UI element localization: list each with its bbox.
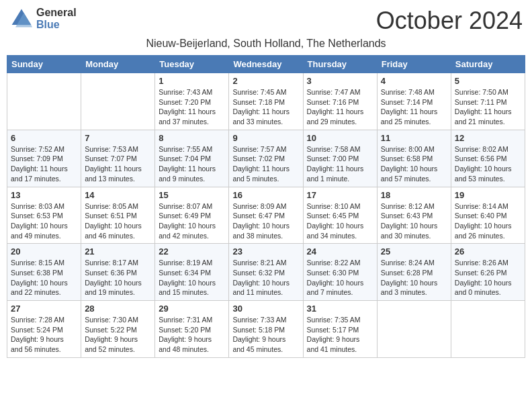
day-info: Sunrise: 8:02 AM Sunset: 6:56 PM Dayligh… (455, 144, 521, 184)
day-number: 30 (232, 304, 299, 314)
calendar-cell: 27Sunrise: 7:28 AM Sunset: 5:24 PM Dayli… (7, 301, 81, 358)
day-info: Sunrise: 7:43 AM Sunset: 7:20 PM Dayligh… (159, 87, 225, 127)
weekday-header: Wednesday (229, 56, 303, 73)
calendar-cell: 14Sunrise: 8:05 AM Sunset: 6:51 PM Dayli… (81, 187, 155, 244)
day-info: Sunrise: 7:53 AM Sunset: 7:07 PM Dayligh… (85, 144, 151, 184)
day-number: 23 (232, 246, 299, 257)
day-number: 15 (159, 190, 225, 200)
day-info: Sunrise: 8:17 AM Sunset: 6:36 PM Dayligh… (85, 258, 151, 298)
day-number: 1 (159, 76, 225, 86)
calendar-cell: 12Sunrise: 8:02 AM Sunset: 6:56 PM Dayli… (451, 130, 525, 187)
day-number: 18 (381, 190, 447, 200)
calendar-cell: 31Sunrise: 7:35 AM Sunset: 5:17 PM Dayli… (303, 301, 377, 358)
day-number: 9 (232, 133, 299, 143)
day-info: Sunrise: 8:10 AM Sunset: 6:45 PM Dayligh… (307, 201, 373, 241)
calendar-cell: 20Sunrise: 8:15 AM Sunset: 6:38 PM Dayli… (7, 244, 81, 301)
calendar-cell: 7Sunrise: 7:53 AM Sunset: 7:07 PM Daylig… (81, 130, 155, 187)
day-number: 29 (159, 304, 225, 314)
day-number: 3 (307, 76, 373, 86)
day-number: 31 (307, 304, 373, 314)
day-info: Sunrise: 8:19 AM Sunset: 6:34 PM Dayligh… (159, 258, 225, 298)
calendar-cell: 24Sunrise: 8:22 AM Sunset: 6:30 PM Dayli… (303, 244, 377, 301)
day-number: 27 (11, 304, 77, 314)
day-info: Sunrise: 7:52 AM Sunset: 7:09 PM Dayligh… (11, 144, 77, 184)
day-number: 20 (11, 246, 77, 257)
day-info: Sunrise: 7:48 AM Sunset: 7:14 PM Dayligh… (381, 87, 447, 127)
month-title: October 2024 (376, 7, 523, 35)
day-number: 4 (381, 76, 447, 86)
day-info: Sunrise: 8:05 AM Sunset: 6:51 PM Dayligh… (85, 201, 151, 241)
calendar-week-row: 6Sunrise: 7:52 AM Sunset: 7:09 PM Daylig… (7, 130, 525, 187)
day-info: Sunrise: 7:55 AM Sunset: 7:04 PM Dayligh… (159, 144, 225, 184)
calendar-cell: 28Sunrise: 7:30 AM Sunset: 5:22 PM Dayli… (81, 301, 155, 358)
day-info: Sunrise: 7:57 AM Sunset: 7:02 PM Dayligh… (232, 144, 299, 184)
calendar-cell: 1Sunrise: 7:43 AM Sunset: 7:20 PM Daylig… (155, 73, 229, 130)
day-info: Sunrise: 8:00 AM Sunset: 6:58 PM Dayligh… (381, 144, 447, 184)
calendar-cell: 23Sunrise: 8:21 AM Sunset: 6:32 PM Dayli… (229, 244, 303, 301)
day-number: 11 (381, 133, 447, 143)
calendar-cell: 21Sunrise: 8:17 AM Sunset: 6:36 PM Dayli… (81, 244, 155, 301)
calendar-week-row: 1Sunrise: 7:43 AM Sunset: 7:20 PM Daylig… (7, 73, 525, 130)
day-number: 6 (11, 133, 77, 143)
calendar-cell: 16Sunrise: 8:09 AM Sunset: 6:47 PM Dayli… (229, 187, 303, 244)
calendar-week-row: 13Sunrise: 8:03 AM Sunset: 6:53 PM Dayli… (7, 187, 525, 244)
calendar-cell (377, 301, 451, 358)
day-info: Sunrise: 7:28 AM Sunset: 5:24 PM Dayligh… (11, 315, 77, 355)
subtitle: Nieuw-Beijerland, South Holland, The Net… (7, 38, 525, 50)
logo-blue: Blue (36, 19, 77, 31)
weekday-header-row: SundayMondayTuesdayWednesdayThursdayFrid… (7, 56, 525, 73)
day-number: 13 (11, 190, 77, 200)
day-number: 5 (455, 76, 521, 86)
day-info: Sunrise: 8:09 AM Sunset: 6:47 PM Dayligh… (232, 201, 299, 241)
day-number: 2 (232, 76, 299, 86)
day-number: 26 (455, 246, 521, 257)
day-number: 17 (307, 190, 373, 200)
calendar-cell: 4Sunrise: 7:48 AM Sunset: 7:14 PM Daylig… (377, 73, 451, 130)
calendar-table: SundayMondayTuesdayWednesdayThursdayFrid… (7, 55, 525, 358)
weekday-header: Sunday (7, 56, 81, 73)
logo-icon (9, 7, 34, 31)
day-number: 7 (85, 133, 151, 143)
day-info: Sunrise: 8:03 AM Sunset: 6:53 PM Dayligh… (11, 201, 77, 241)
day-info: Sunrise: 8:22 AM Sunset: 6:30 PM Dayligh… (307, 258, 373, 298)
day-info: Sunrise: 7:45 AM Sunset: 7:18 PM Dayligh… (232, 87, 299, 127)
calendar-cell: 8Sunrise: 7:55 AM Sunset: 7:04 PM Daylig… (155, 130, 229, 187)
day-info: Sunrise: 7:30 AM Sunset: 5:22 PM Dayligh… (85, 315, 151, 355)
logo: General Blue (9, 7, 77, 31)
calendar-cell: 25Sunrise: 8:24 AM Sunset: 6:28 PM Dayli… (377, 244, 451, 301)
calendar-cell: 30Sunrise: 7:33 AM Sunset: 5:18 PM Dayli… (229, 301, 303, 358)
calendar-cell: 2Sunrise: 7:45 AM Sunset: 7:18 PM Daylig… (229, 73, 303, 130)
calendar-cell: 6Sunrise: 7:52 AM Sunset: 7:09 PM Daylig… (7, 130, 81, 187)
calendar-cell: 9Sunrise: 7:57 AM Sunset: 7:02 PM Daylig… (229, 130, 303, 187)
calendar-cell (81, 73, 155, 130)
day-info: Sunrise: 8:14 AM Sunset: 6:40 PM Dayligh… (455, 201, 521, 241)
logo-general: General (36, 7, 77, 19)
day-info: Sunrise: 7:31 AM Sunset: 5:20 PM Dayligh… (159, 315, 225, 355)
day-info: Sunrise: 7:58 AM Sunset: 7:00 PM Dayligh… (307, 144, 373, 184)
calendar-cell: 22Sunrise: 8:19 AM Sunset: 6:34 PM Dayli… (155, 244, 229, 301)
calendar-cell: 29Sunrise: 7:31 AM Sunset: 5:20 PM Dayli… (155, 301, 229, 358)
day-info: Sunrise: 8:12 AM Sunset: 6:43 PM Dayligh… (381, 201, 447, 241)
day-number: 8 (159, 133, 225, 143)
day-number: 10 (307, 133, 373, 143)
day-info: Sunrise: 7:35 AM Sunset: 5:17 PM Dayligh… (307, 315, 373, 355)
day-number: 12 (455, 133, 521, 143)
day-number: 14 (85, 190, 151, 200)
calendar-cell: 13Sunrise: 8:03 AM Sunset: 6:53 PM Dayli… (7, 187, 81, 244)
day-number: 16 (232, 190, 299, 200)
calendar-cell: 17Sunrise: 8:10 AM Sunset: 6:45 PM Dayli… (303, 187, 377, 244)
day-number: 28 (85, 304, 151, 314)
page-header: General Blue October 2024 (7, 7, 525, 35)
calendar-week-row: 27Sunrise: 7:28 AM Sunset: 5:24 PM Dayli… (7, 301, 525, 358)
calendar-cell (7, 73, 81, 130)
calendar-cell: 3Sunrise: 7:47 AM Sunset: 7:16 PM Daylig… (303, 73, 377, 130)
calendar-cell: 10Sunrise: 7:58 AM Sunset: 7:00 PM Dayli… (303, 130, 377, 187)
calendar-cell (451, 301, 525, 358)
calendar-week-row: 20Sunrise: 8:15 AM Sunset: 6:38 PM Dayli… (7, 244, 525, 301)
day-info: Sunrise: 7:33 AM Sunset: 5:18 PM Dayligh… (232, 315, 299, 355)
day-info: Sunrise: 8:07 AM Sunset: 6:49 PM Dayligh… (159, 201, 225, 241)
calendar-cell: 5Sunrise: 7:50 AM Sunset: 7:11 PM Daylig… (451, 73, 525, 130)
day-info: Sunrise: 7:50 AM Sunset: 7:11 PM Dayligh… (455, 87, 521, 127)
day-number: 21 (85, 246, 151, 257)
day-number: 25 (381, 246, 447, 257)
